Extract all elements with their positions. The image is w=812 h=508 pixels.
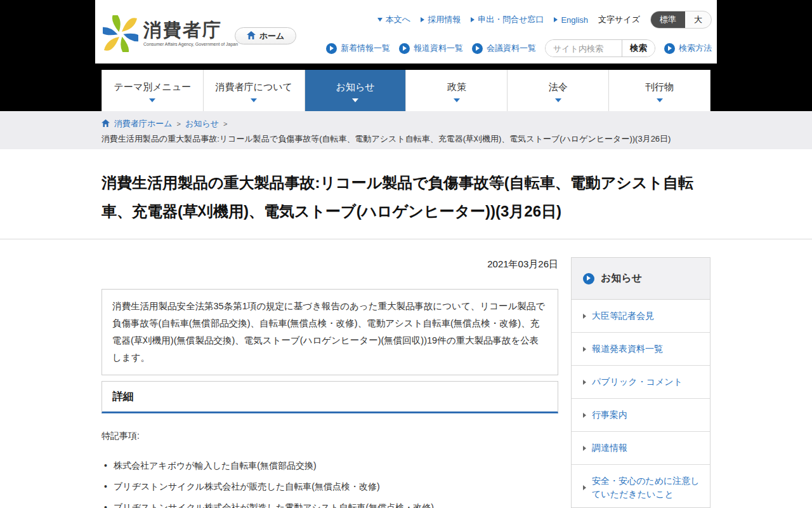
recall-bullet-list: 株式会社アキボウが輸入した自転車(無償部品交換) ブリヂストンサイクル株式会社が… [102, 460, 558, 508]
chevron-down-icon [555, 98, 561, 102]
header-margin: 消費者庁 Consumer Affairs Agency, Government… [0, 0, 812, 70]
play-circle-icon [472, 43, 483, 54]
triangle-right-icon [583, 314, 586, 319]
header: 消費者庁 Consumer Affairs Agency, Government… [95, 0, 717, 64]
sidebar-item-press-release-list[interactable]: 報道発表資料一覧 [572, 333, 710, 366]
global-nav: テーマ別メニュー 消費者庁について お知らせ 政策 法令 刊行物 [102, 70, 710, 111]
agency-name-en: Consumer Affairs Agency, Government of J… [143, 42, 238, 46]
notes-label: 特記事項: [102, 431, 140, 442]
news-sidebar: お知らせ 大臣等記者会見 報道発表資料一覧 パブリック・コメント 行事案内 調達… [571, 257, 710, 508]
tab-news[interactable]: お知らせ [305, 70, 407, 111]
play-circle-icon [664, 43, 675, 54]
breadcrumb-current-page: 消費生活用製品の重大製品事故:リコール製品で負傷事故等(自転車、電動アシスト自転… [102, 133, 812, 145]
chevron-down-icon [454, 98, 460, 102]
link-to-content[interactable]: 本文へ [377, 14, 410, 25]
pinwheel-logo-icon [103, 15, 138, 55]
link-search-help[interactable]: 検索方法 [664, 43, 712, 54]
nav-margin: テーマ別メニュー 消費者庁について お知らせ 政策 法令 刊行物 [0, 70, 812, 111]
sidebar-header[interactable]: お知らせ [572, 258, 710, 300]
breadcrumb-separator: > [223, 120, 227, 128]
link-contact[interactable]: 申出・問合せ窓口 [471, 14, 544, 25]
search-input[interactable] [546, 40, 622, 57]
font-size-label: 文字サイズ [598, 14, 640, 25]
tab-theme-menu[interactable]: テーマ別メニュー [102, 70, 204, 111]
sidebar-item-press-conference[interactable]: 大臣等記者会見 [572, 300, 710, 333]
house-icon [102, 119, 110, 129]
tab-about-agency[interactable]: 消費者庁について [204, 70, 305, 111]
triangle-right-icon [583, 347, 586, 352]
breadcrumb-home-link[interactable]: 消費者庁ホーム [114, 118, 173, 130]
tab-policy[interactable]: 政策 [406, 70, 508, 111]
home-button[interactable]: ホーム [235, 27, 296, 44]
sidebar-item-safety-caution[interactable]: 安全・安心のために注意していただきたいこと [572, 465, 710, 508]
triangle-right-icon [583, 380, 586, 385]
chevron-down-icon [657, 98, 663, 102]
triangle-right-icon [583, 446, 586, 451]
site-search: 検索 [545, 39, 655, 57]
sidebar-item-procurement[interactable]: 調達情報 [572, 432, 710, 465]
chevron-down-icon [251, 98, 257, 102]
article-summary: 消費生活用製品安全法第35条第1項の規定に基づき報告のあった重大製品事故について… [102, 289, 558, 375]
play-circle-icon [583, 273, 594, 284]
quick-links-row: 新着情報一覧 報道資料一覧 会議資料一覧 検索 検索方法 [326, 39, 712, 57]
publish-date: 2021年03月26日 [102, 258, 558, 271]
sidebar-item-public-comment[interactable]: パブリック・コメント [572, 366, 710, 399]
page-title: 消費生活用製品の重大製品事故:リコール製品で負傷事故等(自転車、電動アシスト自転… [102, 168, 707, 225]
font-size-toggle: 標準 大 [650, 11, 712, 29]
link-recruit[interactable]: 採用情報 [421, 14, 461, 25]
play-circle-icon [399, 43, 410, 54]
triangle-right-icon [471, 17, 475, 22]
agency-logo[interactable]: 消費者庁 Consumer Affairs Agency, Government… [103, 15, 238, 55]
triangle-right-icon [554, 17, 558, 22]
tab-publications[interactable]: 刊行物 [609, 70, 710, 111]
link-new-info-list[interactable]: 新着情報一覧 [326, 43, 390, 54]
list-item: ブリヂストンサイクル株式会社が製造した電動アシスト自転車(無償点検・改修) [102, 502, 558, 508]
breadcrumb: 消費者庁ホーム > お知らせ > 消費生活用製品の重大製品事故:リコール製品で負… [0, 111, 812, 149]
detail-heading: 詳細 [102, 381, 558, 413]
title-section: 消費生活用製品の重大製品事故:リコール製品で負傷事故等(自転車、電動アシスト自転… [0, 149, 812, 239]
list-item: 株式会社アキボウが輸入した自転車(無償部品交換) [102, 460, 558, 472]
home-button-label: ホーム [259, 30, 285, 42]
link-press-materials[interactable]: 報道資料一覧 [399, 43, 463, 54]
agency-name: 消費者庁 [143, 19, 238, 41]
home-icon [247, 31, 256, 41]
font-size-standard-button[interactable]: 標準 [651, 11, 685, 28]
triangle-down-icon [377, 18, 383, 22]
chevron-down-icon [352, 98, 358, 102]
triangle-right-icon [421, 17, 424, 22]
tab-laws[interactable]: 法令 [508, 70, 609, 111]
triangle-right-icon [583, 485, 586, 490]
play-circle-icon [326, 43, 337, 54]
chevron-down-icon [149, 98, 155, 102]
sidebar-item-events[interactable]: 行事案内 [572, 399, 710, 432]
list-item: ブリヂストンサイクル株式会社が販売した自転車(無償点検・改修) [102, 481, 558, 493]
font-size-large-button[interactable]: 大 [685, 11, 711, 28]
utility-nav: 本文へ 採用情報 申出・問合せ窓口 English 文字サイズ 標準 大 [377, 11, 712, 29]
triangle-right-icon [583, 413, 586, 418]
breadcrumb-section-link[interactable]: お知らせ [185, 118, 219, 130]
link-english[interactable]: English [554, 15, 588, 25]
breadcrumb-separator: > [177, 120, 181, 128]
link-meeting-materials[interactable]: 会議資料一覧 [472, 43, 536, 54]
sidebar-title: お知らせ [601, 272, 642, 285]
search-button[interactable]: 検索 [622, 40, 655, 57]
